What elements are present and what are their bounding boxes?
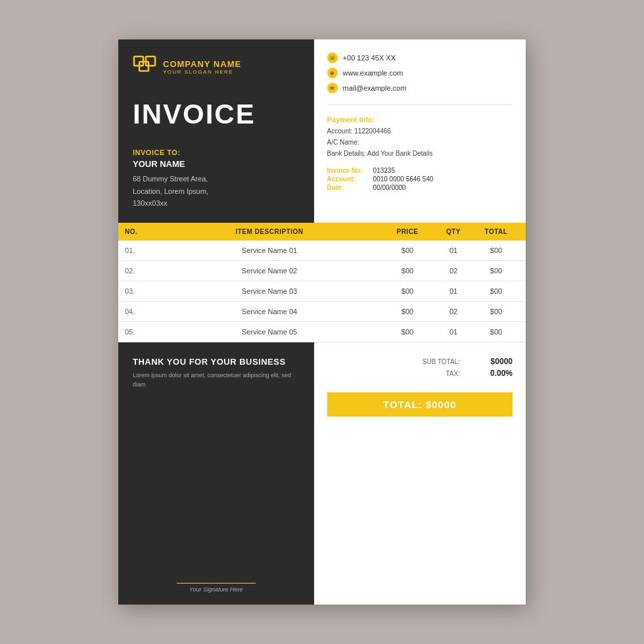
table-row: 04. Service Name 04 $00 02 $00 — [118, 302, 526, 322]
invoice-meta: Invoice No: 013235 Account: 0010 0000 56… — [327, 167, 513, 193]
row-total: $00 — [473, 267, 519, 275]
divider — [327, 104, 513, 105]
client-address: 68 Dummy Street Area, Location, Lorem Ip… — [133, 173, 300, 210]
row-price: $00 — [381, 287, 434, 295]
row-qty: 01 — [434, 287, 473, 295]
tax-row: TAX: 0.00% — [327, 369, 513, 378]
row-no: 04. — [125, 308, 158, 315]
row-description: Service Name 02 — [158, 267, 381, 275]
invoice-to-label: INVOICE TO: — [133, 149, 300, 156]
payment-info: Payment Info: Account: 1122004466 A/C Na… — [327, 116, 513, 159]
table-body: 01. Service Name 01 $00 01 $00 02. Servi… — [118, 241, 526, 342]
payment-title: Payment Info: — [327, 116, 513, 124]
top-section: COMPANY NAME YOUR SLOGAN HERE INVOICE IN… — [118, 39, 526, 223]
email-text: mail@example.com — [343, 84, 407, 92]
website-contact: ⊕ www.example.com — [327, 68, 513, 78]
row-description: Service Name 03 — [158, 287, 381, 295]
company-slogan: YOUR SLOGAN HERE — [163, 69, 241, 75]
phone-contact: ☏ +00 123 45X XX — [327, 53, 513, 63]
signature-area: Your Signature Here — [133, 583, 300, 593]
company-logo-icon — [133, 55, 156, 79]
email-contact: ✉ mail@example.com — [327, 83, 513, 93]
row-qty: 02 — [434, 267, 473, 275]
meta-date: Date: 00/00/0000 — [327, 184, 513, 191]
row-price: $00 — [381, 267, 434, 275]
col-no: NO. — [125, 228, 158, 235]
row-price: $00 — [381, 328, 434, 336]
row-qty: 01 — [434, 246, 473, 254]
grand-total-text: TOTAL: $0000 — [383, 399, 456, 410]
globe-icon: ⊕ — [327, 68, 338, 78]
tax-label: TAX: — [446, 370, 460, 377]
table-row: 02. Service Name 02 $00 02 $00 — [118, 261, 526, 281]
row-no: 01. — [125, 246, 158, 254]
subtotal-row: SUB TOTAL: $0000 — [327, 357, 513, 366]
payment-text: Account: 1122004466 A/C Name: Bank Detai… — [327, 126, 513, 159]
table-row: 03. Service Name 03 $00 01 $00 — [118, 281, 526, 302]
row-total: $00 — [473, 287, 519, 295]
logo-text: COMPANY NAME YOUR SLOGAN HERE — [163, 59, 241, 75]
subtotal-value: $0000 — [473, 357, 513, 366]
subtotal-label: SUB TOTAL: — [423, 358, 460, 365]
phone-icon: ☏ — [327, 53, 338, 63]
col-description: ITEM DESCRIPTION — [158, 228, 381, 235]
company-name: COMPANY NAME — [163, 59, 241, 69]
col-total: TOTAL — [473, 228, 519, 235]
table-header: NO. ITEM DESCRIPTION PRICE QTY TOTAL — [118, 223, 526, 241]
row-qty: 02 — [434, 308, 473, 315]
invoice-document: COMPANY NAME YOUR SLOGAN HERE INVOICE IN… — [118, 39, 526, 605]
totals-area: SUB TOTAL: $0000 TAX: 0.00% — [327, 357, 513, 378]
row-description: Service Name 01 — [158, 246, 381, 254]
col-qty: QTY — [434, 228, 473, 235]
email-icon: ✉ — [327, 83, 338, 93]
row-total: $00 — [473, 328, 519, 336]
meta-account: Account: 0010 0000 5646 540 — [327, 175, 513, 183]
bottom-section: THANK YOU FOR YOUR BUSINESS Lorem ipsum … — [118, 342, 526, 605]
thank-you-text: Lorem ipsum dolor sit amet, consectetuer… — [133, 371, 300, 390]
row-price: $00 — [381, 308, 434, 315]
website-text: www.example.com — [343, 69, 403, 77]
table-section: NO. ITEM DESCRIPTION PRICE QTY TOTAL 01.… — [118, 223, 526, 342]
invoice-title: INVOICE — [133, 99, 300, 130]
row-total: $00 — [473, 246, 519, 254]
right-panel: ☏ +00 123 45X XX ⊕ www.example.com ✉ mai… — [314, 39, 526, 223]
col-price: PRICE — [381, 228, 434, 235]
bottom-left-panel: THANK YOU FOR YOUR BUSINESS Lorem ipsum … — [118, 342, 314, 605]
row-no: 02. — [125, 267, 158, 275]
left-panel: COMPANY NAME YOUR SLOGAN HERE INVOICE IN… — [118, 39, 314, 223]
row-description: Service Name 04 — [158, 308, 381, 315]
tax-value: 0.00% — [473, 369, 513, 378]
row-qty: 01 — [434, 328, 473, 336]
thank-you-title: THANK YOU FOR YOUR BUSINESS — [133, 357, 300, 367]
signature-text: Your Signature Here — [133, 586, 300, 593]
logo-area: COMPANY NAME YOUR SLOGAN HERE — [133, 55, 300, 79]
row-no: 03. — [125, 287, 158, 295]
table-row: 05. Service Name 05 $00 01 $00 — [118, 322, 526, 342]
table-row: 01. Service Name 01 $00 01 $00 — [118, 241, 526, 261]
row-price: $00 — [381, 246, 434, 254]
signature-line — [177, 583, 256, 584]
row-description: Service Name 05 — [158, 328, 381, 336]
grand-total-box: TOTAL: $0000 — [327, 392, 513, 417]
client-name: YOUR NAME — [133, 159, 300, 169]
row-no: 05. — [125, 328, 158, 336]
phone-text: +00 123 45X XX — [343, 54, 396, 62]
row-total: $00 — [473, 308, 519, 315]
bottom-right-panel: SUB TOTAL: $0000 TAX: 0.00% TOTAL: $0000 — [314, 342, 526, 605]
meta-invoice-no: Invoice No: 013235 — [327, 167, 513, 174]
